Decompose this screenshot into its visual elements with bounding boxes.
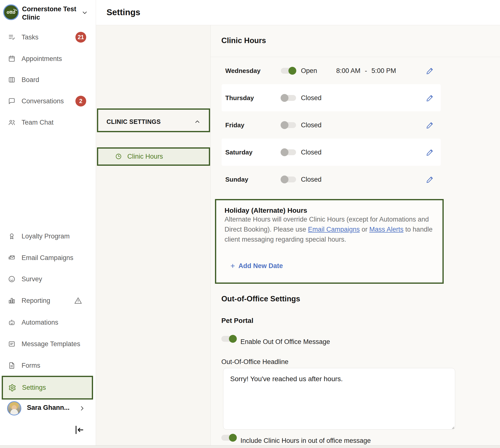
edit-pencil-icon[interactable] <box>426 94 434 102</box>
out-of-office-title: Out-of-Office Settings <box>221 294 300 303</box>
edit-pencil-icon[interactable] <box>426 176 434 183</box>
sidebar-item-label: Message Templates <box>22 340 80 348</box>
include-clinic-hours-toggle[interactable] <box>221 435 237 441</box>
day-row-wednesday: Wednesday Open 8:00 AM - 5:00 PM <box>222 57 441 84</box>
day-hours: 8:00 AM - 5:00 PM <box>336 67 396 74</box>
sidebar-item-conversations[interactable]: Conversations 2 <box>0 93 96 109</box>
day-row-sunday: Sunday Closed <box>222 166 441 193</box>
sidebar-item-label: Tasks <box>22 33 38 41</box>
otto-logo-text: otto <box>7 10 16 15</box>
day-status: Closed <box>301 121 322 129</box>
enable-out-of-office-label: Enable Out Of Office Message <box>241 338 330 346</box>
sidebar-item-team-chat[interactable]: Team Chat <box>0 114 96 130</box>
gear-icon <box>8 384 16 392</box>
sidebar-item-label: Email Campaigns <box>22 254 73 262</box>
sidebar-item-label: Forms <box>22 362 40 369</box>
day-status: Closed <box>301 176 322 183</box>
sidebar-item-message-templates[interactable]: Message Templates <box>0 336 96 352</box>
sidebar-item-label: Conversations <box>22 97 64 105</box>
sidebar-item-forms[interactable]: Forms <box>0 358 96 373</box>
sidebar-item-tasks[interactable]: Tasks 21 <box>0 29 96 45</box>
sidebar-item-label: Reporting <box>22 297 50 304</box>
friday-open-toggle[interactable] <box>281 122 296 128</box>
robot-icon <box>8 319 16 326</box>
nav-item-clinic-hours[interactable]: Clinic Hours <box>96 149 210 163</box>
holiday-alternate-hours-section: Holiday (Alternate) Hours Alternate Hour… <box>215 199 444 284</box>
time-separator: - <box>365 67 367 74</box>
collapse-sidebar-button[interactable] <box>73 424 85 435</box>
chat-icon <box>8 97 16 105</box>
section-header-clinic-settings[interactable]: CLINIC SETTINGS <box>107 117 161 127</box>
day-label: Thursday <box>225 94 254 102</box>
day-row-friday: Friday Closed <box>222 112 441 139</box>
wednesday-open-toggle[interactable] <box>281 68 296 74</box>
enable-out-of-office-toggle[interactable] <box>221 336 237 342</box>
holiday-hours-title: Holiday (Alternate) Hours <box>225 207 307 214</box>
warning-icon <box>74 297 82 304</box>
sidebar-item-appointments[interactable]: Appointments <box>0 51 96 67</box>
add-new-date-label: Add New Date <box>239 262 283 270</box>
sidebar-item-settings[interactable]: Settings <box>2 376 93 400</box>
day-label: Wednesday <box>225 67 260 74</box>
include-clinic-hours-label: Include Clinic Hours in out of office me… <box>241 437 371 445</box>
toggle-knob <box>281 121 289 129</box>
award-icon <box>8 232 16 240</box>
out-of-office-headline-input[interactable]: Sorry! You've reached us after hours. <box>223 368 455 430</box>
chevron-up-icon[interactable] <box>194 118 201 125</box>
edit-pencil-icon[interactable] <box>426 121 434 129</box>
out-of-office-headline-label: Out-Of-Office Headline <box>221 358 289 366</box>
sidebar-item-reporting[interactable]: Reporting <box>0 293 96 308</box>
open-time: 8:00 AM <box>336 67 360 74</box>
settings-nav <box>96 25 210 448</box>
sidebar-item-email-campaigns[interactable]: Email Campaigns <box>0 250 96 266</box>
email-campaigns-link[interactable]: Email Campaigns <box>308 226 360 233</box>
sidebar-item-board[interactable]: Board <box>0 72 96 88</box>
toggle-knob <box>229 335 237 343</box>
sidebar-item-loyalty-program[interactable]: Loyalty Program <box>0 228 96 244</box>
toggle-knob <box>289 67 296 75</box>
saturday-open-toggle[interactable] <box>281 149 296 155</box>
bar-chart-icon <box>8 297 16 304</box>
toggle-knob <box>229 434 237 442</box>
smiley-icon <box>8 275 16 283</box>
main-sidebar: otto Cornerstone Test Clinic Tasks 21 Ap… <box>0 0 96 448</box>
send-mail-icon <box>8 254 16 262</box>
thursday-open-toggle[interactable] <box>281 95 296 101</box>
edit-pencil-icon[interactable] <box>426 67 434 75</box>
sidebar-item-survey[interactable]: Survey <box>0 271 96 287</box>
toggle-knob <box>281 94 289 102</box>
conversations-badge: 2 <box>75 96 86 107</box>
sidebar-item-label: Team Chat <box>22 119 54 126</box>
sidebar-item-automations[interactable]: Automations <box>0 315 96 330</box>
nav-item-label: Clinic Hours <box>127 153 163 160</box>
day-status: Closed <box>301 148 322 156</box>
otto-settings-app: otto Cornerstone Test Clinic Tasks 21 Ap… <box>0 0 500 448</box>
day-label: Saturday <box>225 148 252 156</box>
sidebar-item-label: Automations <box>22 319 58 326</box>
chevron-down-icon[interactable] <box>81 9 88 16</box>
otto-logo: otto <box>3 4 19 20</box>
header: Settings <box>96 0 500 25</box>
avatar <box>7 401 21 416</box>
add-new-date-button[interactable]: + Add New Date <box>230 261 283 271</box>
tasks-badge: 21 <box>75 32 86 43</box>
day-label: Sunday <box>225 176 248 183</box>
paw-dots <box>15 9 16 10</box>
user-name: Sara Ghann... <box>27 404 69 412</box>
bottom-edge <box>0 445 500 448</box>
sidebar-item-label: Survey <box>22 275 42 283</box>
page-title: Settings <box>107 7 140 17</box>
close-time: 5:00 PM <box>371 67 396 74</box>
edit-pencil-icon[interactable] <box>426 148 434 156</box>
sidebar-item-label: Settings <box>22 384 46 391</box>
day-status: Closed <box>301 94 322 102</box>
toggle-knob <box>281 148 289 156</box>
day-status: Open <box>301 67 317 74</box>
day-label: Friday <box>225 121 244 129</box>
board-icon <box>8 76 16 84</box>
mass-alerts-link[interactable]: Mass Alerts <box>369 226 403 233</box>
clinic-hours-page: Clinic Hours Wednesday Open 8:00 AM - 5:… <box>210 25 500 448</box>
team-chat-icon <box>8 118 16 126</box>
sunday-open-toggle[interactable] <box>281 176 296 182</box>
plus-icon: + <box>230 261 235 271</box>
